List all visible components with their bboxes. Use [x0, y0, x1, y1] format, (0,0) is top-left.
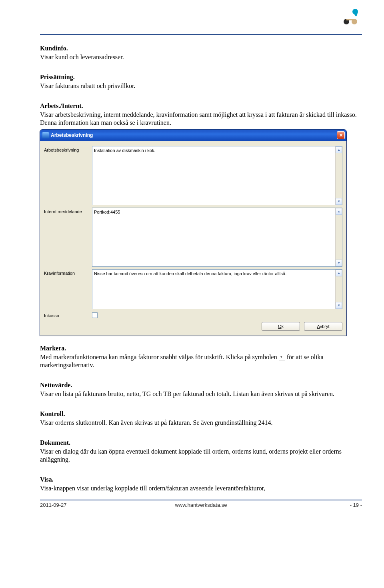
- cancel-button[interactable]: Avbryt: [304, 322, 342, 331]
- footer-url: www.hantverksdata.se: [147, 502, 254, 508]
- heading-markera: Markera.: [40, 345, 362, 352]
- header-divider: [40, 34, 362, 35]
- scrollbar[interactable]: ▴ ▾: [335, 146, 342, 205]
- scroll-up-icon[interactable]: ▴: [336, 208, 342, 215]
- text-kontroll: Visar orderns slutkontroll. Kan även skr…: [40, 419, 362, 427]
- dropdown-icon: [279, 355, 285, 360]
- footer-page: - 19 -: [255, 502, 362, 508]
- scroll-up-icon[interactable]: ▴: [336, 270, 342, 276]
- text-markera: Med markerafunktionerna kan många faktur…: [40, 353, 362, 369]
- heading-kundinfo: Kundinfo.: [40, 45, 362, 52]
- text-nettovarde: Visar en lista på fakturans brutto, nett…: [40, 390, 362, 398]
- svg-rect-3: [346, 19, 354, 20]
- text-visa: Visa-knappen visar underlag kopplade til…: [40, 484, 362, 492]
- textarea-internt-meddelande[interactable]: Portkod:4455 ▴ ▾: [92, 208, 342, 267]
- close-icon[interactable]: ✕: [337, 131, 345, 139]
- heading-nettovarde: Nettovärde.: [40, 382, 362, 389]
- footer-date: 2011-09-27: [40, 502, 147, 508]
- heading-kontroll: Kontroll.: [40, 410, 362, 418]
- dialog-arbetsbeskrivning: Arbetsbeskrivning ✕ Arbetsbeskrivning In…: [40, 129, 347, 336]
- header-logo: [341, 7, 360, 28]
- window-icon: [42, 132, 49, 138]
- window-title: Arbetsbeskrivning: [51, 132, 93, 138]
- textarea-kravinformation-value: Nisse har kommit överesn om att kunden s…: [94, 271, 286, 276]
- page-footer: 2011-09-27 www.hantverksdata.se - 19 -: [40, 502, 362, 513]
- textarea-internt-meddelande-value: Portkod:4455: [94, 210, 120, 214]
- heading-prissattning: Prissättning.: [40, 74, 362, 81]
- heading-dokument: Dokument.: [40, 439, 362, 446]
- scroll-up-icon[interactable]: ▴: [336, 146, 342, 153]
- scroll-down-icon[interactable]: ▾: [336, 198, 342, 205]
- scrollbar[interactable]: ▴ ▾: [335, 270, 342, 309]
- titlebar[interactable]: Arbetsbeskrivning ✕: [40, 130, 346, 141]
- heading-arbets-internt: Arbets./Internt.: [40, 102, 362, 110]
- ok-button[interactable]: Ok: [262, 322, 300, 331]
- scroll-down-icon[interactable]: ▾: [336, 302, 342, 309]
- text-arbets-internt: Visar arbetsbeskrivning, internt meddela…: [40, 111, 362, 127]
- label-inkasso: Inkasso: [44, 312, 92, 318]
- scrollbar[interactable]: ▴ ▾: [335, 208, 342, 266]
- text-dokument: Visar en dialog där du kan öppna eventue…: [40, 448, 362, 464]
- scroll-down-icon[interactable]: ▾: [336, 260, 342, 266]
- textarea-arbetsbeskrivning-value: Installation av diskmaskin i kök.: [94, 148, 155, 153]
- heading-visa: Visa.: [40, 476, 362, 483]
- text-prissattning: Visar fakturans rabatt och prisvillkor.: [40, 82, 362, 90]
- text-kundinfo: Visar kund och leveransadresser.: [40, 53, 362, 61]
- footer-divider: [40, 500, 362, 500]
- textarea-arbetsbeskrivning[interactable]: Installation av diskmaskin i kök. ▴ ▾: [92, 146, 342, 205]
- label-arbetsbeskrivning: Arbetsbeskrivning: [44, 146, 92, 152]
- text-markera-part1: Med markerafunktionerna kan många faktur…: [40, 354, 277, 360]
- checkbox-inkasso[interactable]: [92, 312, 98, 318]
- textarea-kravinformation[interactable]: Nisse har kommit överesn om att kunden s…: [92, 269, 342, 309]
- label-kravinformation: Kravinformation: [44, 269, 92, 276]
- label-internt-meddelande: Internt meddelande: [44, 208, 92, 214]
